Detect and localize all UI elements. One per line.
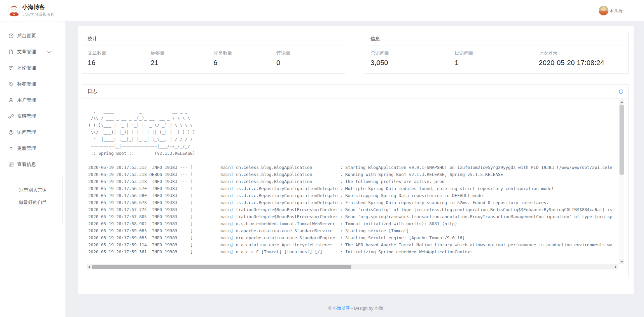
sidebar-item-articles[interactable]: 文章管理: [0, 44, 65, 60]
sidebar-item-label: 标签管理: [17, 81, 36, 87]
stats-card-title: 统计: [82, 32, 345, 46]
sidebar-nav: 后台首页 文章管理 评论管理 标签管理 用户管理 友链管理: [0, 21, 66, 317]
motto-box: 别管别人言语 做最好的自己: [3, 175, 63, 223]
stat-total-visits: 总访问量 3,050: [370, 50, 455, 67]
stat-comments: 评论量 0: [277, 50, 340, 67]
stats-card: 统计 文章数量 16 标签量 21 分类数量 6 评论量 0: [82, 32, 345, 74]
scroll-right-button[interactable]: [613, 264, 618, 269]
user-name: 禾几海: [609, 8, 623, 14]
stat-label: 标签量: [151, 50, 214, 56]
stat-value: 2020-05-20 17:08:24: [539, 59, 623, 67]
sidebar-item-label: 查看信息: [17, 162, 36, 168]
info-card-title: 信息: [365, 32, 628, 46]
log-vertical-scrollbar[interactable]: [619, 100, 624, 264]
footer-author: 小海: [375, 306, 383, 311]
arrow-up-icon: [8, 146, 14, 151]
stat-label: 上次登录: [539, 50, 623, 56]
user-icon: [8, 98, 14, 103]
sidebar-item-friend-links[interactable]: 友链管理: [0, 108, 65, 124]
vertical-scroll-thumb[interactable]: [620, 105, 624, 175]
sidebar-item-label: 友链管理: [17, 113, 36, 119]
dashboard-icon: [8, 33, 14, 39]
stat-daily-visits: 日访问量 1: [455, 50, 539, 67]
stat-value: 16: [88, 59, 151, 67]
sidebar-item-users[interactable]: 用户管理: [0, 92, 65, 108]
link-icon: [8, 114, 14, 119]
footer-suffix: - Design by: [350, 306, 375, 311]
sidebar-item-label: 访问管理: [17, 129, 36, 135]
stat-value: 6: [213, 59, 277, 67]
horizontal-scroll-thumb[interactable]: [92, 265, 351, 269]
sidebar-item-info[interactable]: 查看信息: [0, 156, 65, 173]
sidebar-item-label: 更新管理: [17, 145, 36, 151]
stat-tags: 标签量 21: [151, 50, 214, 67]
site-logo: [8, 4, 20, 16]
id-card-icon: [8, 162, 14, 167]
stat-last-login: 上次登录 2020-05-20 17:08:24: [539, 50, 623, 67]
sidebar-item-tags[interactable]: 标签管理: [0, 76, 65, 92]
scroll-up-button[interactable]: [619, 100, 624, 105]
stat-label: 分类数量: [213, 50, 277, 56]
article-icon: [8, 49, 14, 55]
stat-label: 文章数量: [88, 50, 151, 56]
stat-articles: 文章数量 16: [88, 50, 151, 67]
motto-line-1: 别管别人言语: [3, 184, 62, 196]
log-card-title: 日志: [88, 88, 97, 94]
main-content: 统计 文章数量 16 标签量 21 分类数量 6 评论量 0 信息 总访: [78, 26, 634, 294]
info-card: 信息 总访问量 3,050 日访问量 1 上次登录 2020-05-20 17:…: [365, 32, 629, 74]
footer-site-link[interactable]: 小海博客: [333, 306, 350, 311]
sidebar-item-dashboard[interactable]: 后台首页: [0, 28, 65, 44]
stat-label: 日访问量: [455, 50, 539, 56]
stat-label: 评论量: [277, 50, 340, 56]
scroll-left-button[interactable]: [87, 264, 92, 269]
stat-value: 0: [277, 59, 340, 67]
sidebar-item-label: 评论管理: [17, 65, 36, 71]
log-card: 日志 . ____ _ __ _ _ /\\ / ___'_ __ _ _(_)…: [82, 84, 629, 278]
refresh-icon[interactable]: [618, 89, 624, 94]
sidebar-item-label: 文章管理: [17, 49, 36, 55]
scroll-down-button[interactable]: [619, 259, 624, 264]
site-title: 小海博客: [22, 3, 45, 11]
stat-categories: 分类数量 6: [213, 50, 277, 67]
app-header: 小海博客 记录学习成长历程 禾几海: [0, 0, 644, 21]
copyright-symbol: ©: [328, 306, 332, 311]
stat-value: 1: [455, 59, 539, 67]
log-horizontal-scrollbar[interactable]: [87, 264, 618, 269]
motto-line-2: 做最好的自己: [3, 196, 62, 208]
sidebar-item-comments[interactable]: 评论管理: [0, 60, 65, 76]
log-viewport[interactable]: . ____ _ __ _ _ /\\ / ___'_ __ _ _(_)_ _…: [82, 99, 619, 264]
user-menu[interactable]: 禾几海: [599, 0, 644, 21]
tag-icon: [8, 81, 14, 87]
sidebar-item-label: 用户管理: [17, 97, 36, 103]
log-output: . ____ _ __ _ _ /\\ / ___'_ __ _ _(_)_ _…: [82, 99, 619, 255]
page-footer: © 小海博客 - Design by 小海: [78, 305, 634, 311]
visit-icon: [8, 130, 14, 135]
user-avatar[interactable]: [599, 6, 608, 15]
comment-icon: [8, 65, 14, 71]
stat-value: 21: [151, 59, 214, 67]
chevron-down-icon[interactable]: [47, 51, 51, 53]
sidebar-item-updates[interactable]: 更新管理: [0, 140, 65, 156]
sidebar-item-visits[interactable]: 访问管理: [0, 124, 65, 140]
sidebar-item-label: 后台首页: [17, 33, 36, 39]
stat-label: 总访问量: [370, 50, 455, 56]
site-subtitle: 记录学习成长历程: [22, 12, 54, 17]
stat-value: 3,050: [370, 59, 455, 67]
